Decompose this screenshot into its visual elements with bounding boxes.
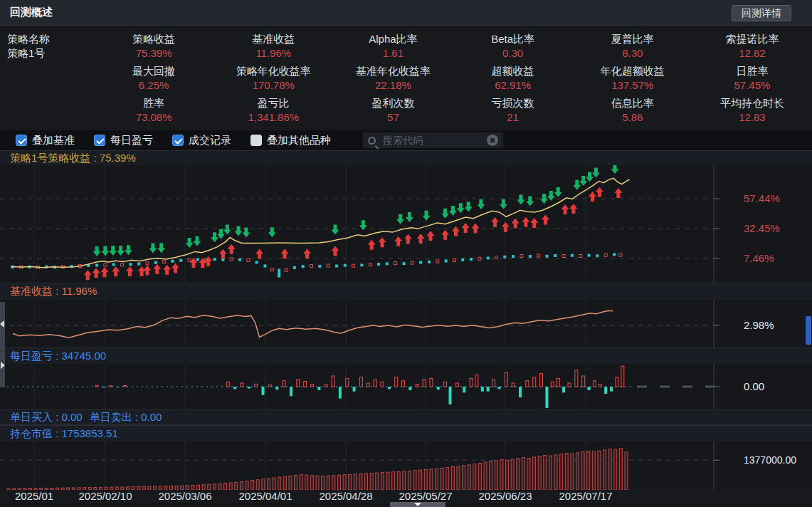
x-axis-tick: 2025/06/23 [478,490,532,502]
stat-value: 57.45% [692,78,812,93]
stat-value: 1,341.86% [213,110,333,125]
strategy-name-cell [0,96,94,125]
stat-value: 22.18% [333,78,453,93]
checkbox-icon[interactable] [172,135,184,146]
x-axis-tick: 2025/01 [15,490,53,502]
stat-cell: 盈利次数57 [333,96,453,125]
checkbox-daily-pnl[interactable]: 每日盈亏 [94,134,153,147]
benchmark-pane-title: 基准收益 : 11.96% [0,283,812,300]
daily-pnl-pane-title: 每日盈亏 : 34745.00 [0,347,812,364]
stat-label: 盈利次数 [333,96,453,110]
stat-cell: 基准收益11.96% [213,32,333,61]
stat-value: 1.61 [333,46,453,61]
stat-value: 0.30 [453,46,573,61]
stat-cell: 基准年化收益率22.18% [333,64,453,93]
vertical-scrollbar-thumb[interactable] [806,316,811,345]
stat-value: 137.57% [573,78,692,93]
market-value-chart[interactable]: 1377000.00 [0,441,812,490]
checkbox-label: 叠加基准 [32,134,75,147]
stat-label: 年化超额收益 [573,64,692,78]
x-axis-tick: 2025/07/17 [559,490,612,502]
stat-label: 日胜率 [692,64,812,78]
daily-buy-sell-readout: 单日买入 : 0.00 单日卖出 : 0.00 [0,409,812,425]
strategy-return-readout: 策略1号策略收益 : 75.39% [10,152,136,165]
stat-value: 11.96% [213,46,333,61]
stat-label: 平均持仓时长 [692,96,812,110]
daily-pnl-readout: 每日盈亏 : 34745.00 [10,350,106,363]
stat-cell: 策略年化收益率170.78% [213,64,333,93]
stat-label: 胜率 [94,96,213,110]
stat-cell: 年化超额收益137.57% [573,64,692,93]
stat-value: 8.30 [573,46,692,61]
x-axis-tick: 2025/04/01 [238,490,292,502]
checkbox-trade-records[interactable]: 成交记录 [172,134,231,147]
checkbox-label: 叠加其他品种 [267,134,331,147]
stat-cell: 索提诺比率12.82 [692,32,812,61]
pane-resize-handle[interactable] [0,302,5,387]
clear-search-icon[interactable] [487,135,498,146]
x-axis: 2025/012025/02/102025/03/062025/04/01202… [0,490,812,503]
market-value-readout: 持仓市值 : 1753853.51 [10,427,118,441]
stat-value: 75.39% [94,46,213,61]
stat-label: 基准收益 [213,32,333,46]
stat-cell: 信息比率5.86 [573,96,692,125]
x-axis-tick: 2025/05/27 [399,490,452,502]
daily-pnl-chart[interactable]: 0.00 [0,364,812,409]
stat-value: 170.78% [213,78,333,93]
checkbox-overlay-benchmark[interactable]: 叠加基准 [16,134,75,147]
daily-buy-readout: 单日买入 : 0.00 [10,411,83,424]
stat-label: Alpha比率 [333,32,453,46]
stat-cell: Beta比率0.30 [453,32,573,61]
stat-value: 5.86 [573,110,692,125]
checkbox-icon[interactable] [94,135,105,146]
search-box[interactable] [363,132,503,148]
stat-cell: 夏普比率8.30 [573,32,692,61]
toolbar: 叠加基准 每日盈亏 成交记录 叠加其他品种 [0,130,812,150]
stat-cell: 策略收益75.39% [94,32,213,61]
stat-row: 策略名称策略1号策略收益75.39%基准收益11.96%Alpha比率1.61B… [0,32,812,61]
stat-label: 基准年化收益率 [333,64,453,78]
title-bar: 回测概述 回测详情 [0,0,812,26]
checkbox-icon[interactable] [251,135,262,146]
x-axis-tick: 2025/03/06 [158,490,211,502]
stat-value: 57 [333,110,453,125]
checkbox-overlay-other-symbols[interactable]: 叠加其他品种 [251,134,331,147]
stat-row: 胜率73.08%盈亏比1,341.86%盈利次数57亏损次数21信息比率5.86… [0,96,812,125]
stat-label: 策略收益 [94,32,213,46]
stat-value: 62.91% [453,78,573,93]
stats-panel: 策略名称策略1号策略收益75.39%基准收益11.96%Alpha比率1.61B… [0,26,812,130]
stat-value: 73.08% [94,110,213,125]
strategy-name-cell: 策略名称策略1号 [0,32,94,61]
stat-label: 超额收益 [453,64,573,78]
search-icon [368,137,376,145]
backtest-overview-app: 回测概述 回测详情 策略名称策略1号策略收益75.39%基准收益11.96%Al… [0,0,812,507]
svg-text:1377000.00: 1377000.00 [744,454,796,466]
stat-label: 盈亏比 [213,96,333,110]
svg-text:0.00: 0.00 [744,380,764,392]
stat-label: 亏损次数 [453,96,573,110]
stat-label: 索提诺比率 [692,32,812,46]
stat-label: 信息比率 [573,96,692,110]
stat-cell: 日胜率57.45% [692,64,812,93]
stat-label: 夏普比率 [573,32,692,46]
triangle-down-icon [414,503,421,506]
stat-value: 6.25% [94,78,213,93]
benchmark-returns-chart[interactable]: 2.98% [0,300,812,347]
svg-text:7.46%: 7.46% [744,252,774,264]
strategy-returns-chart[interactable]: 57.44%32.45%7.46% [0,165,812,283]
x-axis-tick: 2025/04/28 [319,490,372,502]
strategy-name-label: 策略名称 [7,32,94,46]
svg-text:32.45%: 32.45% [744,222,780,234]
backtest-detail-button[interactable]: 回测详情 [732,5,791,21]
stat-cell: 胜率73.08% [94,96,213,125]
stat-value: 21 [453,110,573,125]
checkbox-label: 每日盈亏 [110,134,153,147]
collapse-axis-handle[interactable] [390,502,445,507]
stat-row: 最大回撤6.25%策略年化收益率170.78%基准年化收益率22.18%超额收益… [0,64,812,93]
page-title: 回测概述 [10,6,53,19]
checkbox-icon[interactable] [16,135,27,146]
checkbox-label: 成交记录 [189,134,231,147]
stat-cell: 亏损次数21 [453,96,573,125]
search-input[interactable] [381,134,487,147]
benchmark-return-readout: 基准收益 : 11.96% [10,285,97,298]
